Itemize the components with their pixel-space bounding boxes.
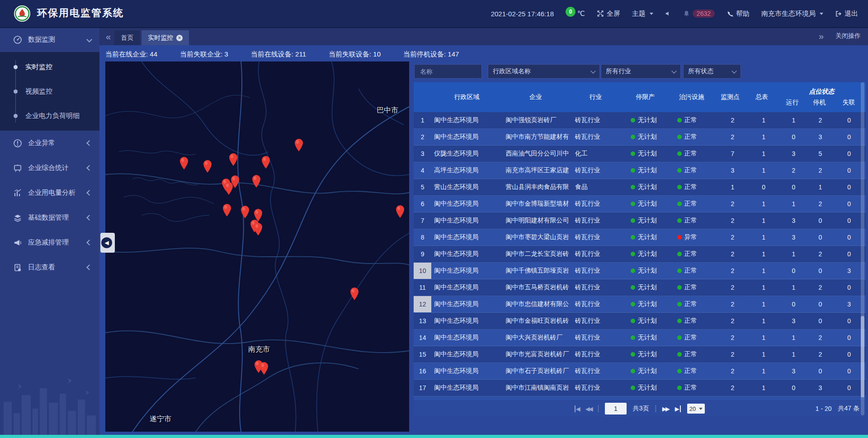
map-pin-icon[interactable] [240, 205, 250, 219]
table-row[interactable]: 2阆中生态环境局阆中市南方节能建材有砖瓦行业无计划正常21030 [414, 129, 866, 146]
sidebar-group-4[interactable]: 企业用电量分析 [0, 180, 99, 205]
temperature-unit: ℃ [577, 9, 585, 18]
status-dot-icon [631, 185, 635, 189]
close-tab-icon[interactable]: ✕ [176, 35, 183, 41]
cell-run: 1 [779, 346, 808, 363]
table-row[interactable]: 15阆中生态环境局阆中市光富页岩机砖厂砖瓦行业无计划正常21120 [414, 346, 866, 363]
logout-button[interactable]: 退出 [835, 9, 858, 18]
map-pin-icon[interactable] [261, 155, 271, 169]
fullscreen-button[interactable]: 全屏 [597, 9, 620, 18]
row-number: 13 [414, 313, 431, 329]
stat-item: 当前失联设备: 10 [329, 50, 381, 59]
row-number: 9 [414, 246, 431, 262]
scrollbar-thumb[interactable] [861, 316, 864, 397]
first-page-button[interactable]: ◀ [575, 405, 579, 412]
cell-facility: 正常 [673, 179, 717, 195]
table-row[interactable]: 4高坪生态环境局南充市高坪区王家店建砖瓦行业无计划正常31220 [414, 162, 866, 179]
table-row[interactable]: 1阆中生态环境局阆中强锐页岩砖厂砖瓦行业无计划正常21120 [414, 112, 866, 129]
map-pin-icon[interactable] [230, 175, 240, 188]
notifications-button[interactable]: 2632 [683, 9, 715, 18]
sidebar-item-企业电力负荷明细[interactable]: 企业电力负荷明细 [0, 104, 99, 128]
table-row[interactable]: 18南部生态环境局南部县砚华山河有限公建材加工无计划正常60060 [414, 396, 866, 400]
region-select[interactable]: 行政区域名称 [488, 64, 600, 79]
table-row[interactable]: 12阆中生态环境局阆中市忠信建材有限公砖瓦行业无计划正常21003 [414, 296, 866, 313]
table-row[interactable]: 9阆中生态环境局阆中市二龙长宝页岩砖砖瓦行业无计划正常21120 [414, 246, 866, 263]
next-page-button[interactable]: ▶▶ [662, 405, 669, 412]
sidebar-collapse-toggle[interactable]: ◀ [100, 233, 115, 253]
organization-dropdown[interactable]: 南充市生态环境局 [761, 9, 823, 18]
table-row[interactable]: 3仪陇生态环境局西南油气田分公司川中化工无计划正常71350 [414, 146, 866, 162]
cell-industry: 砖瓦行业 [572, 346, 626, 363]
sidebar-group-5[interactable]: 基础数据管理 [0, 205, 99, 230]
cell-region: 阆中生态环境局 [431, 112, 503, 128]
name-search-input[interactable] [414, 64, 482, 79]
tab-home[interactable]: 首页 [114, 30, 140, 45]
status-dot-icon [677, 151, 682, 156]
map-pin-icon[interactable] [395, 205, 405, 218]
row-number: 15 [414, 346, 431, 363]
table-row[interactable]: 7阆中生态环境局阆中明阳建材有限公司砖瓦行业无计划正常21300 [414, 212, 866, 229]
sidebar-group-7[interactable]: 日志查看 [0, 255, 99, 280]
page-size-select[interactable]: 20 [687, 404, 705, 414]
cell-industry: 砖瓦行业 [572, 162, 626, 179]
sidebar-group-2[interactable]: 企业异常 [0, 131, 99, 155]
cell-stop: 0 [808, 229, 832, 245]
map-pin-icon[interactable] [294, 138, 304, 152]
page-number-input[interactable] [605, 403, 627, 414]
header-industry: 行业 [570, 82, 622, 112]
table-row[interactable]: 6阆中生态环境局阆中市金博瑞新型墙材砖瓦行业无计划正常21120 [414, 196, 866, 212]
table-row[interactable]: 8阆中生态环境局阆中市枣碧大梁山页岩砖瓦行业无计划异常21300 [414, 229, 866, 246]
help-button[interactable]: 帮助 [726, 9, 750, 18]
cell-industry: 化工 [572, 146, 626, 162]
table-row[interactable]: 16阆中生态环境局阆中市石子页岩机砖厂砖瓦行业无计划正常21300 [414, 363, 866, 380]
theme-dropdown[interactable]: 主题 [632, 9, 653, 18]
cell-production: 无计划 [626, 246, 673, 262]
cell-region: 阆中生态环境局 [431, 246, 503, 262]
tab-realtime-monitoring[interactable]: 实时监控 ✕ [142, 30, 189, 45]
map-pin-icon[interactable] [253, 222, 263, 236]
name-input-field[interactable] [419, 67, 477, 75]
table-row[interactable]: 17阆中生态环境局阆中市江南镇阆南页岩砖瓦行业无计划正常21030 [414, 380, 866, 396]
sidebar-group-1[interactable]: 数据监测 [0, 27, 99, 52]
cell-industry: 砖瓦行业 [572, 196, 626, 212]
cell-industry: 砖瓦行业 [572, 263, 626, 279]
temperature-widget: 0 ℃ [566, 9, 585, 18]
table-row[interactable]: 5营山生态环境局营山县润丰肉食品有限食品无计划正常10010 [414, 179, 866, 196]
last-page-button[interactable]: ▶ [675, 405, 681, 412]
cell-company: 阆中市金博瑞新型墙材 [503, 196, 572, 212]
mute-button[interactable] [665, 10, 671, 17]
table-row[interactable]: 14阆中生态环境局阆中大兴页岩机砖厂砖瓦行业无计划正常21120 [414, 330, 866, 346]
map-pin-icon[interactable] [222, 203, 232, 217]
table-row[interactable]: 11阆中生态环境局阆中市五马桥页岩机砖砖瓦行业无计划正常21120 [414, 279, 866, 296]
close-operations-button[interactable]: 关闭操作 [835, 32, 861, 40]
cell-stop: 0 [808, 263, 832, 279]
previous-page-button[interactable]: ◀◀ [585, 405, 592, 412]
status-dot-icon [677, 202, 682, 206]
industry-select[interactable]: 所有行业 [601, 64, 681, 79]
map-pin-icon[interactable] [251, 174, 261, 188]
table-scrollbar[interactable] [861, 82, 864, 415]
map-pin-icon[interactable] [203, 160, 212, 173]
row-number: 12 [414, 296, 431, 312]
status-select[interactable]: 所有状态 [683, 64, 741, 79]
table-row[interactable]: 13阆中生态环境局阆中市金福旺页岩机砖砖瓦行业无计划正常21300 [414, 313, 866, 330]
sidebar-group-6[interactable]: 应急减排管理 [0, 230, 99, 255]
map-panel[interactable]: 巴中市南充市遂宁市 [105, 61, 409, 432]
cell-industry: 砖瓦行业 [572, 112, 626, 128]
tabs-scroll-left-icon[interactable]: « [106, 32, 111, 41]
cell-region: 南部生态环境局 [431, 396, 503, 400]
cell-region: 阆中生态环境局 [431, 279, 503, 296]
table-row[interactable]: 10阆中生态环境局阆中千佛镇五郎垭页岩砖瓦行业无计划正常21003 [414, 263, 866, 279]
sidebar-group-3[interactable]: 企业综合统计 [0, 155, 99, 180]
map-pin-icon[interactable] [349, 287, 359, 301]
sidebar-item-实时监控[interactable]: 实时监控 [0, 55, 99, 79]
row-number: 14 [414, 330, 431, 346]
sidebar-item-视频监控[interactable]: 视频监控 [0, 79, 99, 104]
map-pin-icon[interactable] [228, 153, 238, 166]
map-pin-icon[interactable] [179, 156, 189, 170]
map-pin-icon[interactable] [259, 362, 269, 375]
cell-production: 无计划 [626, 296, 673, 312]
cell-meters: 1 [748, 146, 779, 162]
tabs-scroll-right-icon[interactable]: » [819, 32, 824, 41]
sidebar-group-label: 应急减排管理 [28, 238, 69, 247]
